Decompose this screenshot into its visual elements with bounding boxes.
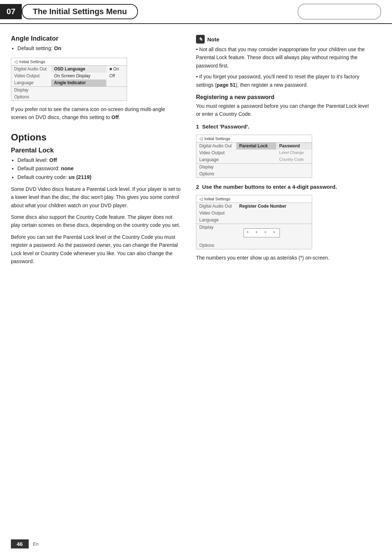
page-footer: 46 En <box>0 539 392 548</box>
note-label: Note <box>207 36 219 42</box>
menu-row: Language Angle Indicator <box>11 79 127 87</box>
menu-row: Language <box>196 217 312 224</box>
menu-row: Options <box>196 242 312 249</box>
register-menu-box: ◁ Initial Settings Digital Audio Out Reg… <box>196 195 312 249</box>
register-menu-table: Digital Audio Out Register Code Number V… <box>196 203 312 249</box>
parental-bullet-2: Default password: none <box>17 165 181 173</box>
parental-lock-heading: Parental Lock <box>11 147 181 154</box>
note-section: ✎ Note • Not all discs that you may cons… <box>196 35 374 89</box>
header-right-pill <box>298 4 381 20</box>
parental-menu-box: ◁ Initial Settings Digital Audio Out Par… <box>196 135 312 178</box>
parental-menu-table: Digital Audio Out Parental Lock Password… <box>196 143 312 177</box>
menu-row: Display <box>196 163 312 171</box>
menu-row: Language Country Code <box>196 156 312 164</box>
right-column: ✎ Note • Not all discs that you may cons… <box>196 35 374 269</box>
note-point-2: • If you forget your password, you'll ne… <box>196 73 374 89</box>
page-header: 07 The Initial Settings Menu <box>0 0 392 24</box>
menu-row: Display <box>11 86 127 94</box>
note-point-1: • Not all discs that you may consider in… <box>196 45 374 70</box>
note-icon: ✎ <box>196 35 205 44</box>
parental-bullet-3: Default country code: us (2119) <box>17 174 181 181</box>
parental-body1: Some DVD Video discs feature a Parental … <box>11 185 181 209</box>
angle-indicator-heading: Angle Indicator <box>11 35 181 42</box>
menu-row: Options <box>11 94 127 101</box>
parental-lock-bullets: Default level: Off Default password: non… <box>17 156 181 181</box>
menu-icon: ◁ <box>14 59 17 64</box>
menu-row: Video Output <box>196 210 312 217</box>
menu-row: Digital Audio Out Parental Lock Password <box>196 143 312 150</box>
parental-lock-section: Parental Lock Default level: Off Default… <box>11 147 181 266</box>
register-menu-title: ◁ Initial Settings <box>196 195 312 203</box>
angle-menu-table: Digital Audio Out OSD Language ■ On Vide… <box>11 66 127 101</box>
parental-menu-title: ◁ Initial Settings <box>196 135 312 143</box>
page-lang: En <box>33 541 39 547</box>
password-asterisks: * * * * <box>244 228 280 237</box>
angle-menu-box: ◁ Initial Settings Digital Audio Out OSD… <box>11 58 127 101</box>
note-header: ✎ Note <box>196 35 374 44</box>
angle-menu-title: ◁ Initial Settings <box>11 58 127 66</box>
parental-body2: Some discs also support the Country Code… <box>11 213 181 229</box>
registering-section: Registering a new password You must regi… <box>196 94 374 262</box>
register-footer-text: The numbers you enter show up as asteris… <box>196 254 374 262</box>
options-heading: Options <box>11 132 181 143</box>
parental-body3: Before you can set the Parental Lock lev… <box>11 233 181 266</box>
menu-row: Video Output On Screen Display Off <box>11 73 127 79</box>
registering-heading: Registering a new password <box>196 94 374 101</box>
menu-row: Options <box>196 171 312 177</box>
menu-row: Video Output Level Change <box>196 150 312 156</box>
password-area: * * * * <box>239 225 309 241</box>
chapter-badge: 07 <box>0 4 22 19</box>
angle-indicator-bullets: Default setting: On <box>17 45 181 53</box>
main-content: Angle Indicator Default setting: On ◁ In… <box>0 24 392 280</box>
menu-row: Digital Audio Out Register Code Number <box>196 203 312 210</box>
left-column: Angle Indicator Default setting: On ◁ In… <box>11 35 181 269</box>
menu-row: Display * * * * <box>196 224 312 242</box>
menu-row: Digital Audio Out OSD Language ■ On <box>11 66 127 73</box>
page-title: The Initial Settings Menu <box>22 4 138 19</box>
menu-icon-2: ◁ <box>199 136 203 141</box>
step1-heading: 1 Select 'Password'. <box>196 123 374 130</box>
menu-icon-3: ◁ <box>199 196 203 201</box>
page-number: 46 <box>11 539 29 548</box>
angle-body-text: If you prefer not to see the camera icon… <box>11 105 181 122</box>
parental-bullet-1: Default level: Off <box>17 156 181 164</box>
angle-indicator-section: Angle Indicator Default setting: On ◁ In… <box>11 35 181 122</box>
step2-heading: 2 Use the number buttons to enter a 4-di… <box>196 184 374 190</box>
registering-body: You must register a password before you … <box>196 102 374 118</box>
angle-default-bullet: Default setting: On <box>17 45 181 53</box>
